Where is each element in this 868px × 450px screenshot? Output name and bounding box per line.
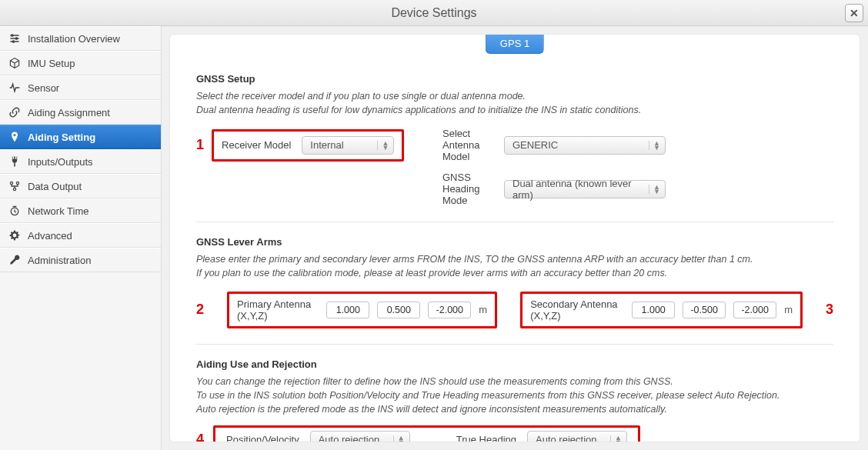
primary-y-input[interactable] <box>377 302 420 318</box>
help-text: Dual antenna heading is useful for low d… <box>196 103 833 117</box>
heading-mode-label: GNSS Heading Mode <box>442 172 493 206</box>
clock-icon <box>8 204 22 218</box>
heading-mode-select[interactable]: Dual antenna (known lever arm) ▲▼ <box>504 180 666 198</box>
spinner-icon: ▲▼ <box>649 185 660 194</box>
svg-point-0 <box>12 35 13 36</box>
position-velocity-select[interactable]: Auto rejection ▲▼ <box>310 431 410 442</box>
sidebar-item-label: Installation Overview <box>28 33 120 45</box>
window-titlebar: Device Settings ✕ <box>0 0 868 26</box>
sidebar-item-administration[interactable]: Administration <box>0 248 161 272</box>
close-button[interactable]: ✕ <box>845 4 863 22</box>
unit-label: m <box>479 304 487 315</box>
annotation-marker-2: 2 <box>196 302 204 318</box>
sidebar-item-aiding-setting[interactable]: Aiding Setting <box>0 125 161 149</box>
sidebar-item-sensor[interactable]: Sensor <box>0 75 161 100</box>
sidebar-item-label: Aiding Assignment <box>28 107 110 118</box>
link-icon <box>8 105 22 119</box>
sidebar-item-label: IMU Setup <box>28 58 75 69</box>
sidebar-item-label: Network Time <box>28 205 88 217</box>
spinner-icon: ▲▼ <box>649 141 660 150</box>
help-text: If you plan to use the calibration mode,… <box>196 266 833 280</box>
gear-icon <box>8 228 22 242</box>
sidebar-item-label: Administration <box>28 255 91 266</box>
flow-icon <box>8 179 22 193</box>
svg-point-1 <box>15 38 17 39</box>
secondary-x-input[interactable] <box>632 302 675 318</box>
svg-point-2 <box>12 41 14 42</box>
spinner-icon: ▲▼ <box>610 435 622 442</box>
svg-point-3 <box>10 182 12 184</box>
spinner-icon: ▲▼ <box>377 141 389 150</box>
help-text: To use in the INS solution both Position… <box>196 388 833 402</box>
sidebar: Installation Overview IMU Setup Sensor A… <box>0 26 162 450</box>
true-heading-label: True Heading <box>456 434 516 442</box>
sidebar-item-network-time[interactable]: Network Time <box>0 198 161 223</box>
spinner-icon: ▲▼ <box>393 435 405 442</box>
sidebar-item-advanced[interactable]: Advanced <box>0 223 161 248</box>
position-velocity-label: Position/Velocity <box>226 434 299 442</box>
receiver-model-select[interactable]: Internal ▲▼ <box>302 136 394 155</box>
sidebar-item-label: Data Output <box>28 181 82 192</box>
antenna-model-select[interactable]: GENERIC ▲▼ <box>504 136 666 155</box>
primary-x-input[interactable] <box>326 302 369 318</box>
sidebar-item-aiding-assignment[interactable]: Aiding Assignment <box>0 100 161 125</box>
svg-point-5 <box>13 188 15 190</box>
sliders-icon <box>8 32 22 45</box>
annotation-marker-4: 4 <box>196 432 204 442</box>
secondary-antenna-label: Secondary Antenna (X,Y,Z) <box>530 298 624 322</box>
sidebar-item-label: Sensor <box>28 82 59 94</box>
annotation-marker-3: 3 <box>826 302 833 318</box>
sidebar-item-imu-setup[interactable]: IMU Setup <box>0 51 161 75</box>
help-text: Select the receiver model and if you pla… <box>196 89 833 103</box>
sidebar-item-inputs-outputs[interactable]: Inputs/Outputs <box>0 149 161 174</box>
sidebar-item-data-output[interactable]: Data Output <box>0 174 161 198</box>
unit-label: m <box>784 304 793 315</box>
window-title: Device Settings <box>391 6 476 19</box>
section-title-lever-arms: GNSS Lever Arms <box>196 236 833 248</box>
help-text: You can change the rejection filter to d… <box>196 375 833 388</box>
section-title-rejection: Aiding Use and Rejection <box>196 358 833 370</box>
sidebar-item-label: Advanced <box>28 230 72 242</box>
help-text: Please enter the primary and secondary l… <box>196 252 833 266</box>
secondary-y-input[interactable] <box>683 302 726 318</box>
antenna-model-label: Select Antenna Model <box>442 128 493 162</box>
close-icon: ✕ <box>850 7 859 19</box>
help-text: Auto rejection is the prefered mode as t… <box>196 402 833 416</box>
plug-icon <box>8 155 22 168</box>
main-panel: GPS 1 GNSS Setup Select the receiver mod… <box>169 34 860 442</box>
wrench-icon <box>8 253 22 267</box>
cube-icon <box>8 56 22 70</box>
pulse-icon <box>8 81 22 95</box>
sidebar-item-label: Inputs/Outputs <box>28 156 93 168</box>
section-title-gnss-setup: GNSS Setup <box>196 73 833 85</box>
receiver-model-label: Receiver Model <box>222 139 291 151</box>
sidebar-item-label: Aiding Setting <box>28 132 95 143</box>
annotation-marker-1: 1 <box>196 137 204 153</box>
true-heading-select[interactable]: Auto rejection ▲▼ <box>527 431 627 442</box>
tab-gps1[interactable]: GPS 1 <box>486 34 544 54</box>
primary-antenna-label: Primary Antenna (X,Y,Z) <box>237 298 319 322</box>
svg-point-4 <box>16 182 18 184</box>
secondary-z-input[interactable] <box>733 302 776 318</box>
sidebar-item-installation-overview[interactable]: Installation Overview <box>0 26 161 51</box>
primary-z-input[interactable] <box>428 302 471 318</box>
pin-icon <box>8 130 22 144</box>
